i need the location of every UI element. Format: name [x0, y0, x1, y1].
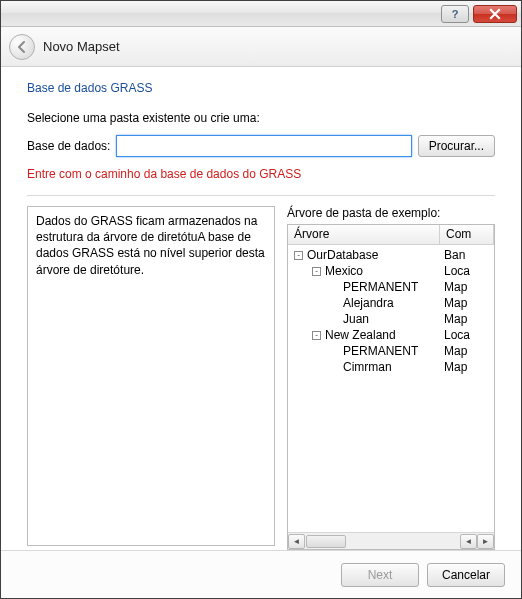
tree-cell-comment: Loca — [440, 327, 494, 343]
help-button[interactable]: ? — [441, 5, 469, 23]
page-title: Novo Mapset — [43, 39, 120, 54]
scroll-left-sep[interactable]: ◄ — [460, 534, 477, 549]
tree-body[interactable]: -OurDatabaseBan-MexicoLocaPERMANENTMapAl… — [288, 245, 494, 532]
tree-item-label: PERMANENT — [343, 343, 418, 359]
tree-row[interactable]: JuanMap — [288, 311, 494, 327]
example-tree-label: Árvore de pasta de exemplo: — [287, 206, 495, 220]
tree-item-label: PERMANENT — [343, 279, 418, 295]
tree-cell-name: -New Zealand — [288, 327, 440, 343]
tree-item-label: OurDatabase — [307, 247, 378, 263]
tree-cell-comment: Map — [440, 359, 494, 375]
scroll-thumb[interactable] — [306, 535, 346, 548]
database-label: Base de dados: — [27, 139, 110, 153]
tree-indent — [288, 287, 330, 288]
description-box: Dados do GRASS ficam armazenados na estr… — [27, 206, 275, 546]
tree-cell-name: Juan — [288, 311, 440, 327]
tree-row[interactable]: AlejandraMap — [288, 295, 494, 311]
panes: Dados do GRASS ficam armazenados na estr… — [27, 206, 495, 550]
tree-header: Árvore Com — [288, 225, 494, 245]
back-arrow-icon — [15, 40, 29, 54]
tree-indent — [288, 335, 312, 336]
tree-leaf-spacer — [330, 351, 343, 352]
tree-cell-name: Cimrman — [288, 359, 440, 375]
scroll-left-button[interactable]: ◄ — [288, 534, 305, 549]
close-button[interactable] — [473, 5, 517, 23]
tree-leaf-spacer — [330, 303, 343, 304]
tree-cell-comment: Loca — [440, 263, 494, 279]
tree-leaf-spacer — [330, 287, 343, 288]
back-button[interactable] — [9, 34, 35, 60]
tree-indent — [288, 303, 330, 304]
example-tree: Árvore Com -OurDatabaseBan-MexicoLocaPER… — [287, 224, 495, 550]
tree-indent — [288, 319, 330, 320]
tree-cell-comment: Ban — [440, 247, 494, 263]
validation-warning: Entre com o caminho da base de dados do … — [27, 167, 495, 181]
scroll-track[interactable] — [305, 534, 460, 549]
tree-row[interactable]: PERMANENTMap — [288, 343, 494, 359]
collapse-icon[interactable]: - — [294, 251, 303, 260]
tree-item-label: New Zealand — [325, 327, 396, 343]
tree-header-col2[interactable]: Com — [440, 225, 494, 244]
browse-button[interactable]: Procurar... — [418, 135, 495, 157]
tree-item-label: Mexico — [325, 263, 363, 279]
tree-cell-name: PERMANENT — [288, 279, 440, 295]
tree-item-label: Alejandra — [343, 295, 394, 311]
instruction-text: Selecione uma pasta existente ou crie um… — [27, 111, 495, 125]
tree-cell-name: Alejandra — [288, 295, 440, 311]
example-tree-pane: Árvore de pasta de exemplo: Árvore Com -… — [287, 206, 495, 550]
help-icon: ? — [452, 8, 459, 20]
tree-row[interactable]: -OurDatabaseBan — [288, 247, 494, 263]
tree-item-label: Cimrman — [343, 359, 392, 375]
tree-row[interactable]: -MexicoLoca — [288, 263, 494, 279]
tree-row[interactable]: PERMANENTMap — [288, 279, 494, 295]
collapse-icon[interactable]: - — [312, 267, 321, 276]
tree-leaf-spacer — [330, 367, 343, 368]
tree-cell-name: -Mexico — [288, 263, 440, 279]
tree-cell-name: PERMANENT — [288, 343, 440, 359]
section-title: Base de dados GRASS — [27, 81, 495, 95]
close-icon — [489, 8, 501, 20]
tree-indent — [288, 351, 330, 352]
header-strip: Novo Mapset — [1, 27, 521, 67]
titlebar: ? — [1, 1, 521, 27]
scroll-right-button[interactable]: ► — [477, 534, 494, 549]
tree-cell-comment: Map — [440, 279, 494, 295]
next-button[interactable]: Next — [341, 563, 419, 587]
tree-hscrollbar[interactable]: ◄ ◄ ► — [288, 532, 494, 549]
tree-cell-comment: Map — [440, 343, 494, 359]
tree-cell-comment: Map — [440, 311, 494, 327]
collapse-icon[interactable]: - — [312, 331, 321, 340]
tree-indent — [288, 271, 312, 272]
tree-cell-name: -OurDatabase — [288, 247, 440, 263]
dialog-window: ? Novo Mapset Base de dados GRASS Seleci… — [0, 0, 522, 599]
divider — [27, 195, 495, 196]
tree-row[interactable]: CimrmanMap — [288, 359, 494, 375]
tree-row[interactable]: -New ZealandLoca — [288, 327, 494, 343]
tree-header-col1[interactable]: Árvore — [288, 225, 440, 244]
database-input[interactable] — [116, 135, 411, 157]
content-area: Base de dados GRASS Selecione uma pasta … — [1, 67, 521, 550]
database-row: Base de dados: Procurar... — [27, 135, 495, 157]
tree-item-label: Juan — [343, 311, 369, 327]
dialog-footer: Next Cancelar — [1, 550, 521, 598]
tree-leaf-spacer — [330, 319, 343, 320]
cancel-button[interactable]: Cancelar — [427, 563, 505, 587]
tree-indent — [288, 367, 330, 368]
tree-cell-comment: Map — [440, 295, 494, 311]
